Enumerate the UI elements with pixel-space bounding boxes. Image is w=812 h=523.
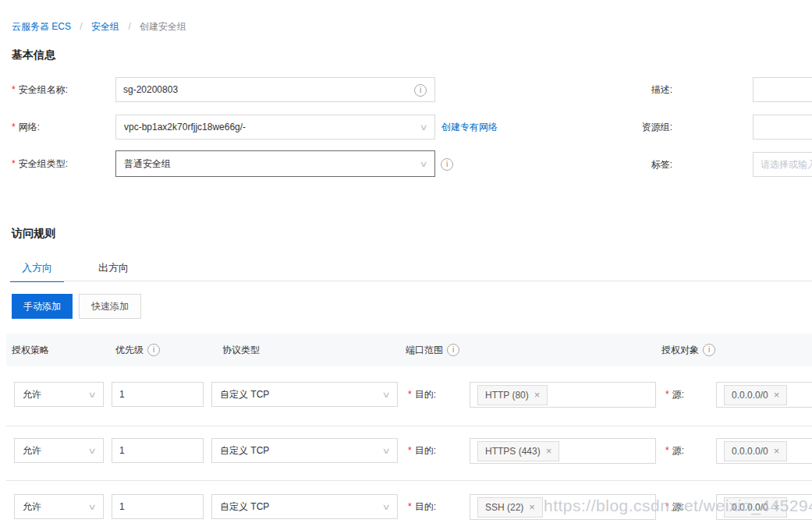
required-mark: *	[408, 445, 412, 456]
rule-row: 允许∨ 自定义 TCP∨ *目的: HTTP (80)× *源: 0.0.0.0…	[0, 382, 812, 408]
field-label-type-text: 安全组类型:	[19, 158, 68, 169]
field-label-name-text: 安全组名称:	[19, 84, 68, 95]
chevron-down-icon: ∨	[419, 159, 427, 169]
close-icon[interactable]: ×	[774, 446, 780, 456]
field-label-type: *安全组类型:	[12, 151, 68, 176]
protocol-select[interactable]: 自定义 TCP∨	[211, 494, 398, 519]
header-protocol-text: 协议类型	[222, 334, 260, 366]
protocol-select[interactable]: 自定义 TCP∨	[211, 382, 398, 407]
source-label: *源:	[665, 382, 684, 408]
policy-select[interactable]: 允许∨	[14, 494, 104, 519]
dest-label: *目的:	[408, 438, 436, 464]
breadcrumb: 云服务器 ECS / 安全组 / 创建安全组	[12, 20, 186, 34]
manual-add-button[interactable]: 手动添加	[12, 294, 73, 319]
source-field[interactable]: 0.0.0.0/0×	[716, 438, 812, 464]
security-group-type-select[interactable]: 普通安全组 ∨	[115, 150, 435, 177]
row-separator	[6, 480, 812, 481]
field-label-name: *安全组名称:	[12, 77, 68, 102]
source-field[interactable]: 0.0.0.0/0×	[716, 382, 812, 408]
rule-row: 允许∨ 自定义 TCP∨ *目的: SSH (22)× *源: 0.0.0.0/…	[0, 494, 812, 521]
security-group-name-input[interactable]	[116, 78, 434, 101]
priority-input[interactable]	[112, 382, 204, 407]
security-group-name-field: i	[115, 77, 435, 102]
dest-label-text: 目的:	[415, 501, 436, 512]
close-icon[interactable]: ×	[774, 390, 780, 400]
source-label-text: 源:	[672, 389, 684, 400]
create-security-group-page: 云服务器 ECS / 安全组 / 创建安全组 基本信息 *安全组名称: i *网…	[0, 0, 812, 523]
breadcrumb-separator: /	[128, 21, 130, 32]
protocol-select[interactable]: 自定义 TCP∨	[211, 438, 398, 463]
policy-value: 允许	[23, 444, 41, 458]
source-tag-text: 0.0.0.0/0	[732, 446, 768, 457]
info-icon[interactable]: i	[441, 158, 453, 171]
close-icon[interactable]: ×	[529, 502, 535, 512]
chevron-down-icon: ∨	[381, 502, 390, 512]
chevron-down-icon: ∨	[87, 502, 96, 512]
tag-input[interactable]	[753, 152, 812, 177]
info-icon[interactable]: i	[447, 344, 459, 356]
source-field[interactable]: 0.0.0.0/0×	[716, 494, 812, 520]
close-icon[interactable]: ×	[774, 502, 780, 512]
required-mark: *	[665, 389, 669, 400]
close-icon[interactable]: ×	[534, 390, 541, 400]
chevron-down-icon: ∨	[381, 446, 390, 456]
quick-add-button[interactable]: 快速添加	[79, 294, 141, 319]
priority-input[interactable]	[112, 494, 204, 519]
info-icon[interactable]: i	[703, 344, 715, 356]
priority-input[interactable]	[112, 438, 204, 463]
description-input[interactable]	[753, 77, 812, 102]
port-tag: SSH (22)×	[477, 497, 543, 518]
field-label-tag: 标签:	[610, 152, 672, 177]
source-tag: 0.0.0.0/0×	[724, 385, 787, 405]
create-vpc-link[interactable]: 创建专有网络	[441, 115, 498, 140]
header-priority: 优先级i	[115, 334, 160, 366]
resource-group-input[interactable]	[753, 115, 812, 140]
dest-label-text: 目的:	[415, 389, 436, 400]
network-select[interactable]: vpc-bp1ax2k70rfjjc18we66g/- ∨	[115, 115, 435, 140]
protocol-value: 自定义 TCP	[220, 500, 269, 514]
breadcrumb-link-security-group[interactable]: 安全组	[91, 21, 119, 32]
tabs-divider	[10, 281, 812, 281]
protocol-value: 自定义 TCP	[220, 388, 269, 401]
close-icon[interactable]: ×	[546, 446, 552, 456]
rule-row: 允许∨ 自定义 TCP∨ *目的: HTTPS (443)× *源: 0.0.0…	[0, 438, 812, 465]
chevron-down-icon: ∨	[87, 446, 96, 456]
port-range-field[interactable]: HTTPS (443)×	[470, 438, 656, 464]
port-tag: HTTP (80)×	[477, 385, 548, 405]
policy-select[interactable]: 允许∨	[14, 382, 104, 407]
header-policy: 授权策略	[12, 334, 49, 366]
port-range-field[interactable]: HTTP (80)×	[470, 382, 656, 408]
source-tag-text: 0.0.0.0/0	[732, 502, 768, 513]
header-authorization-object-text: 授权对象	[661, 334, 699, 366]
header-authorization-object: 授权对象i	[661, 334, 715, 366]
field-label-resource-group: 资源组:	[610, 115, 672, 140]
tab-inbound[interactable]: 入方向	[10, 259, 64, 282]
required-mark: *	[408, 389, 412, 400]
tab-outbound[interactable]: 出方向	[87, 259, 140, 281]
basic-info-title: 基本信息	[12, 48, 55, 62]
info-icon[interactable]: i	[147, 344, 160, 356]
breadcrumb-separator: /	[80, 21, 82, 32]
required-mark: *	[408, 501, 412, 512]
policy-value: 允许	[23, 500, 41, 514]
port-range-field[interactable]: SSH (22)×	[470, 494, 656, 520]
required-mark: *	[12, 158, 16, 169]
required-mark: *	[12, 84, 16, 95]
source-tag-text: 0.0.0.0/0	[732, 390, 768, 401]
required-mark: *	[12, 122, 16, 133]
info-icon[interactable]: i	[414, 84, 427, 97]
header-policy-text: 授权策略	[12, 334, 49, 366]
chevron-down-icon: ∨	[87, 390, 96, 400]
breadcrumb-current: 创建安全组	[140, 21, 186, 32]
header-port-range: 端口范围i	[406, 334, 459, 366]
network-select-value: vpc-bp1ax2k70rfjjc18we66g/-	[124, 122, 246, 133]
header-priority-text: 优先级	[115, 334, 144, 366]
breadcrumb-link-ecs[interactable]: 云服务器 ECS	[12, 21, 71, 32]
port-tag-text: HTTP (80)	[485, 390, 529, 401]
policy-select[interactable]: 允许∨	[14, 438, 104, 463]
required-mark: *	[665, 501, 669, 512]
port-tag: HTTPS (443)×	[477, 441, 559, 461]
source-label: *源:	[665, 438, 684, 464]
access-rules-title: 访问规则	[12, 227, 55, 241]
port-tag-text: HTTPS (443)	[485, 446, 541, 457]
